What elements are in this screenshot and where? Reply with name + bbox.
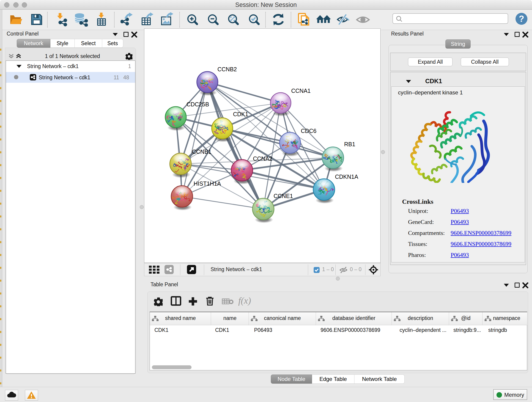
svg-text:CDC6: CDC6	[301, 128, 317, 134]
svg-text:CCNB1: CCNB1	[192, 148, 211, 155]
svg-text:RB1: RB1	[344, 141, 355, 147]
svg-text:CCNA2: CCNA2	[253, 155, 272, 162]
svg-text:HIST1H1A: HIST1H1A	[194, 180, 221, 187]
svg-text:CDK1: CDK1	[233, 111, 248, 117]
svg-text:CCNA1: CCNA1	[291, 88, 311, 94]
svg-text:CDC25B: CDC25B	[186, 101, 209, 108]
svg-text:CCNE1: CCNE1	[273, 193, 293, 199]
svg-text:CDKN1A: CDKN1A	[335, 173, 358, 180]
svg-text:CCNB2: CCNB2	[217, 66, 237, 72]
